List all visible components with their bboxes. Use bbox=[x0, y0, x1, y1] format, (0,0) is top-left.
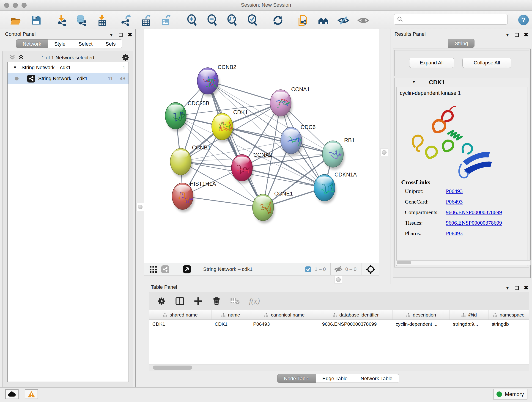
table-cell[interactable]: stringdb:9... bbox=[450, 320, 488, 329]
column-header-description[interactable]: description bbox=[393, 310, 450, 319]
crosslink-row: Tissues:9606.ENSP00000378699 bbox=[401, 217, 502, 228]
hide-selected-icon[interactable] bbox=[337, 14, 349, 26]
column-network-icon bbox=[406, 313, 411, 317]
current-network-name: String Network – cdk1 bbox=[203, 266, 253, 272]
close-panel-icon[interactable]: ✖ bbox=[524, 285, 528, 291]
table-cell[interactable]: P06493 bbox=[250, 320, 319, 329]
node-CDK1[interactable] bbox=[212, 113, 234, 142]
table-options-gear-icon[interactable] bbox=[157, 297, 166, 306]
edge-CCNB2-CCNE1[interactable] bbox=[208, 81, 263, 207]
search-input[interactable] bbox=[405, 15, 507, 24]
column-header--id[interactable]: @id bbox=[450, 310, 488, 319]
tab-network-table[interactable]: Network Table bbox=[354, 374, 399, 383]
table-cell[interactable]: CDK1 bbox=[211, 320, 250, 329]
entry-disclosure-icon[interactable]: ▼ bbox=[412, 80, 416, 84]
entry-scrollbar[interactable] bbox=[396, 260, 531, 265]
collapse-panel-icon[interactable]: ▼ bbox=[109, 32, 114, 38]
delete-column-icon[interactable] bbox=[212, 297, 221, 306]
expand-all-button[interactable]: Expand All bbox=[409, 58, 454, 68]
edge-HIST1H1A-CCNE1[interactable] bbox=[183, 196, 263, 207]
refresh-icon[interactable] bbox=[272, 14, 284, 26]
column-header-name[interactable]: name bbox=[211, 310, 250, 319]
zoom-in-icon[interactable] bbox=[186, 14, 198, 26]
column-header-canonical-name[interactable]: canonical name bbox=[250, 310, 319, 319]
node-CCNE1[interactable] bbox=[253, 194, 275, 223]
node-CCNB1[interactable] bbox=[170, 148, 192, 177]
node-RB1[interactable] bbox=[322, 141, 345, 170]
tab-select[interactable]: Select bbox=[72, 39, 99, 48]
network-edge-count: 48 bbox=[120, 76, 125, 82]
table-horizontal-scrollbar[interactable] bbox=[149, 364, 529, 371]
tab-network[interactable]: Network bbox=[16, 39, 48, 48]
network-type-badge-icon[interactable] bbox=[161, 265, 169, 273]
gene-description: cyclin-dependent kinase 1 bbox=[397, 87, 527, 96]
network-options-gear-icon[interactable] bbox=[122, 53, 130, 62]
node-HIST1H1A[interactable] bbox=[172, 183, 194, 212]
export-network-icon[interactable] bbox=[120, 14, 132, 26]
zoom-selected-icon[interactable] bbox=[247, 14, 259, 26]
selected-checkbox-icon[interactable] bbox=[305, 266, 311, 273]
crosslink-value-link[interactable]: 9606.ENSP00000378699 bbox=[446, 220, 502, 226]
network-row-selected[interactable]: String Network – cdk1 11 48 bbox=[7, 73, 128, 84]
import-network-file-icon[interactable] bbox=[56, 14, 68, 26]
close-panel-icon[interactable]: ✖ bbox=[524, 32, 528, 38]
table-cell[interactable]: 9606.ENSP00000378699 bbox=[319, 320, 393, 329]
table-cell[interactable]: stringdb bbox=[488, 320, 529, 329]
column-header-database-identifier[interactable]: database identifier bbox=[319, 310, 393, 319]
add-column-icon[interactable] bbox=[194, 297, 203, 306]
column-header-namespace[interactable]: namespace bbox=[488, 310, 529, 319]
collapse-panel-icon[interactable]: ▼ bbox=[505, 32, 510, 38]
show-all-icon[interactable] bbox=[357, 14, 369, 26]
detach-view-icon[interactable] bbox=[183, 265, 191, 274]
show-columns-icon[interactable] bbox=[175, 297, 184, 306]
left-splitter[interactable] bbox=[136, 29, 144, 387]
right-splitter[interactable] bbox=[379, 29, 389, 275]
import-network-database-icon[interactable] bbox=[75, 14, 87, 26]
node-CCNA2[interactable] bbox=[231, 154, 254, 184]
tab-style[interactable]: Style bbox=[48, 39, 72, 48]
node-CDC6[interactable] bbox=[281, 127, 303, 156]
crosslink-value-link[interactable]: 9606.ENSP00000378699 bbox=[446, 209, 502, 216]
birdseye-grid-icon[interactable] bbox=[149, 265, 158, 274]
memory-button[interactable]: Memory bbox=[493, 389, 527, 400]
crosslink-value-link[interactable]: P06493 bbox=[446, 230, 462, 236]
tab-sets[interactable]: Sets bbox=[99, 39, 122, 48]
crosslink-value-link[interactable]: P06493 bbox=[446, 188, 462, 194]
copy-network-icon[interactable] bbox=[297, 14, 309, 26]
cloud-button[interactable] bbox=[5, 389, 19, 399]
float-panel-icon[interactable] bbox=[119, 33, 123, 37]
close-panel-icon[interactable]: ✖ bbox=[128, 32, 132, 38]
open-session-icon[interactable] bbox=[10, 14, 22, 26]
function-builder-icon: f(x) bbox=[249, 297, 260, 306]
node-CDKN1A[interactable] bbox=[314, 174, 336, 204]
column-header-shared-name[interactable]: shared name bbox=[149, 310, 211, 319]
table-cell[interactable]: CDK1 bbox=[149, 320, 211, 329]
node-CCNB2[interactable] bbox=[197, 68, 220, 97]
tab-node-table[interactable]: Node Table bbox=[277, 374, 316, 383]
collapse-all-button[interactable]: Collapse All bbox=[462, 58, 511, 68]
disclosure-triangle-icon[interactable]: ▼ bbox=[13, 65, 17, 70]
crosslink-value-link[interactable]: P06493 bbox=[446, 199, 462, 205]
export-table-icon[interactable] bbox=[140, 14, 152, 26]
zoom-fit-icon[interactable] bbox=[226, 14, 238, 26]
toolbar-separator bbox=[292, 12, 292, 27]
import-table-icon[interactable] bbox=[96, 14, 108, 26]
search-field[interactable] bbox=[394, 14, 508, 25]
float-panel-icon[interactable] bbox=[515, 33, 519, 37]
tab-string[interactable]: String bbox=[448, 39, 475, 48]
first-neighbors-icon[interactable] bbox=[317, 14, 329, 26]
crosshair-icon[interactable] bbox=[366, 264, 375, 274]
zoom-out-icon[interactable] bbox=[206, 14, 218, 26]
save-session-icon[interactable] bbox=[30, 14, 42, 26]
table-cell[interactable]: cyclin-dependent ... bbox=[393, 320, 450, 329]
network-collection-row[interactable]: ▼ String Network – cdk1 1 bbox=[7, 62, 128, 73]
help-button[interactable]: ? bbox=[518, 15, 529, 25]
export-image-icon[interactable] bbox=[160, 14, 172, 26]
table-row[interactable]: CDK1CDK1P064939606.ENSP00000378699cyclin… bbox=[149, 320, 529, 329]
warnings-button[interactable] bbox=[25, 389, 38, 399]
toolbar-separator bbox=[181, 12, 181, 27]
float-panel-icon[interactable] bbox=[515, 286, 519, 290]
tab-edge-table[interactable]: Edge Table bbox=[316, 374, 354, 383]
network-canvas[interactable]: CCNB2CCNA1CDC25BCDK1CDC6RB1CCNB1CCNA2CDK… bbox=[144, 29, 379, 263]
collapse-panel-icon[interactable]: ▼ bbox=[505, 285, 510, 291]
